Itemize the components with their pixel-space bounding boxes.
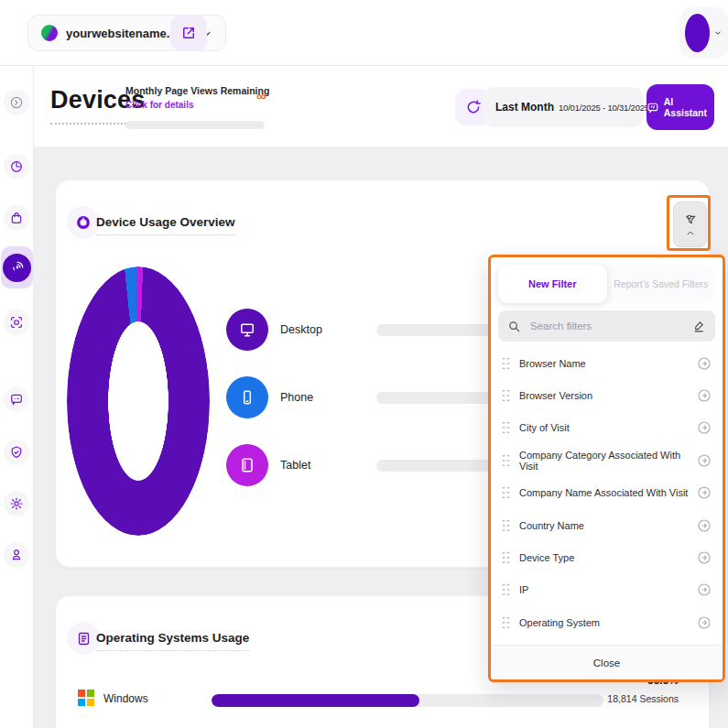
filter-toggle-button[interactable] [673,201,707,247]
ai-assistant-label: AI Assistant [664,96,714,118]
drag-handle-icon[interactable] [502,389,510,402]
sidebar-item-behaviour[interactable] [4,310,29,335]
funnel-filter-icon [683,212,698,227]
arrow-right-circle-icon[interactable] [697,550,712,565]
arrow-right-circle-icon[interactable] [697,582,712,597]
open-website-button[interactable] [170,15,207,51]
filter-tabs: New Filter Report's Saved Filters [498,265,715,303]
filter-item-label: IP [519,584,697,595]
card-icon-wrap [67,206,100,239]
chat-icon [9,392,24,407]
windows-logo-icon [78,690,94,706]
search-icon [507,320,521,333]
drag-handle-icon[interactable] [502,486,510,499]
filter-item-label: Browser Name [519,358,697,369]
sidebar-item-ecommerce[interactable] [4,205,29,231]
device-card-title: Device Usage Overview [96,215,235,235]
sidebar-item-analytics[interactable] [4,154,29,179]
page-views-label: Monthly Page Views Remaining [125,85,269,96]
filter-list-item[interactable]: Company Name Associated With Visit [491,477,723,509]
windows-usage-bar [212,694,603,707]
date-range-picker[interactable]: Last Month 10/01/2025 - 10/31/2025 [484,87,644,127]
filter-item-label: Company Category Associated With Visit [519,450,697,472]
sidebar-nav [0,66,34,728]
drag-handle-icon[interactable] [502,357,510,370]
filter-list-item[interactable]: IP [491,574,723,606]
sidebar-item-devices-active[interactable] [1,246,33,288]
drag-handle-icon[interactable] [502,616,510,629]
arrow-right-circle-icon[interactable] [697,615,712,630]
filter-search[interactable] [498,310,715,342]
tab-saved-filters[interactable]: Report's Saved Filters [607,265,716,303]
date-preset-label: Last Month [495,101,554,114]
chevron-up-icon [686,230,695,236]
filter-list: Browser Name Browser Version City of Vis… [491,347,723,639]
page-views-progress-bar [125,121,265,129]
sidebar-item-communication[interactable] [4,386,29,412]
legend-label: Tablet [280,459,376,472]
tablet-icon [226,444,268,486]
drag-handle-icon[interactable] [502,583,510,596]
arrow-right-circle-icon[interactable] [697,485,712,500]
ai-chat-icon [647,101,659,114]
arrow-right-circle-icon[interactable] [697,518,712,533]
filter-close-button[interactable]: Close [491,645,723,679]
arrow-right-circle-icon[interactable] [697,420,712,435]
arrow-right-circle-icon[interactable] [697,453,712,468]
filter-list-item[interactable]: Browser Version [491,379,723,411]
user-avatar [685,14,710,52]
donut-chart-icon [75,214,92,231]
desktop-icon [226,309,268,351]
external-link-icon [180,25,197,41]
device-usage-donut[interactable] [67,266,210,536]
document-list-icon [76,631,92,647]
filter-list-item[interactable]: Country Name [491,509,723,541]
card-icon-wrap [67,622,100,655]
filter-item-label: Operating System [519,617,697,628]
chevron-down-icon [713,28,723,38]
sidebar-item-privacy[interactable] [4,440,29,465]
page-views-details-link[interactable]: Click for details [125,100,193,110]
os-card-title: Operating Systems Usage [96,631,249,651]
sidebar-item-settings[interactable] [4,491,29,516]
app-window: yourwebsitename.com [0,0,728,728]
date-range-value: 10/01/2025 - 10/31/2025 [559,103,649,113]
filter-item-label: Company Name Associated With Visit [519,487,697,498]
account-menu[interactable] [679,7,728,59]
os-row-label: Windows [103,692,148,705]
sidebar-item-support[interactable] [4,542,29,568]
filter-item-label: Country Name [519,520,697,531]
clear-search-icon[interactable] [692,320,706,333]
refresh-icon [465,99,482,115]
legend-label: Phone [280,391,376,404]
filter-list-item[interactable]: Operating System [491,606,723,638]
top-bar: yourwebsitename.com [0,0,728,66]
drag-handle-icon[interactable] [502,551,510,564]
active-item-circle [3,254,31,282]
sidebar-toggle[interactable] [4,90,29,115]
ai-assistant-button[interactable]: AI Assistant [647,84,714,130]
arrow-right-circle-icon[interactable] [697,356,712,371]
shopping-bag-icon [9,211,24,225]
scan-icon [9,315,24,330]
filter-list-item[interactable]: Company Category Associated With Visit [491,444,723,476]
website-globe-icon [41,25,58,41]
search-input[interactable] [528,320,685,332]
drag-handle-icon[interactable] [502,519,510,532]
drag-handle-icon[interactable] [502,454,510,467]
panel-toggle-icon [9,95,24,110]
support-pin-icon [9,548,24,562]
tab-new-filter[interactable]: New Filter [498,265,607,303]
filter-list-item[interactable]: City of Visit [491,412,723,444]
windows-sessions: 18,814 Sessions [607,693,679,704]
drag-handle-icon[interactable] [502,421,510,434]
settings-gear-icon [9,496,24,511]
filter-item-label: Browser Version [519,390,697,401]
filter-panel: New Filter Report's Saved Filters Browse… [488,255,725,682]
pie-chart-icon [9,159,24,174]
filter-list-item[interactable]: Browser Name [491,347,723,379]
filter-list-item[interactable]: Device Type [491,541,723,573]
legend-label: Desktop [280,323,376,336]
arrow-right-circle-icon[interactable] [697,388,712,403]
devices-radar-icon [10,260,25,275]
